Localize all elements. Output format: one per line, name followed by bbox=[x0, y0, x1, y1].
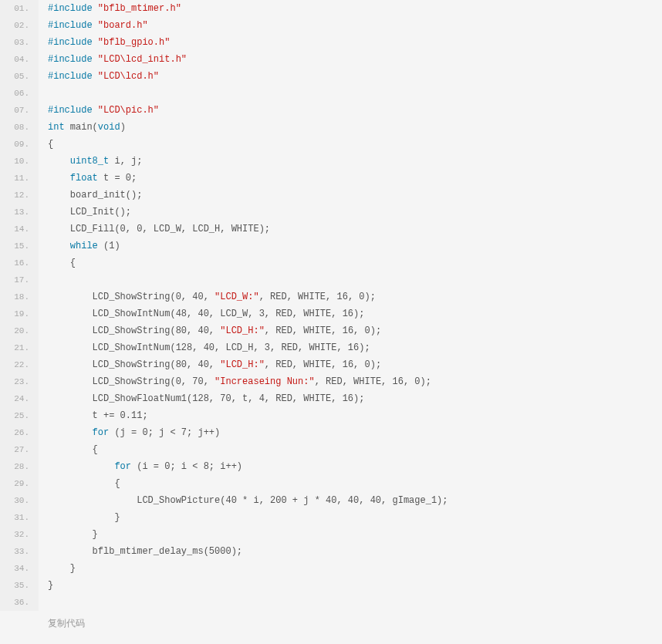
line-content: LCD_Init(); bbox=[39, 204, 131, 221]
line-content: int main(void) bbox=[39, 119, 126, 136]
line-number: 09. bbox=[0, 136, 39, 153]
line-content: } bbox=[39, 509, 120, 526]
line-content: for (i = 0; i < 8; i++) bbox=[39, 458, 242, 475]
line-content: LCD_ShowString(0, 70, "Increaseing Nun:"… bbox=[39, 373, 431, 390]
line-number: 15. bbox=[0, 238, 39, 255]
code-line: 07.#include "LCD\pic.h" bbox=[0, 102, 662, 119]
line-number: 12. bbox=[0, 187, 39, 204]
code-line: 23. LCD_ShowString(0, 70, "Increaseing N… bbox=[0, 373, 662, 390]
line-number: 27. bbox=[0, 441, 39, 458]
code-line: 10. uint8_t i, j; bbox=[0, 153, 662, 170]
code-line: 19. LCD_ShowIntNum(48, 40, LCD_W, 3, RED… bbox=[0, 305, 662, 322]
line-number: 31. bbox=[0, 509, 39, 526]
code-line: 35.} bbox=[0, 577, 662, 594]
line-content: #include "LCD\lcd.h" bbox=[39, 68, 159, 85]
line-content: #include "bflb_mtimer.h" bbox=[39, 0, 181, 17]
line-content: #include "LCD\lcd_init.h" bbox=[39, 51, 187, 68]
line-content: float t = 0; bbox=[39, 170, 137, 187]
code-block: 01.#include "bflb_mtimer.h"02.#include "… bbox=[0, 0, 662, 636]
line-number: 10. bbox=[0, 153, 39, 170]
line-number: 24. bbox=[0, 390, 39, 407]
code-line: 11. float t = 0; bbox=[0, 170, 662, 187]
line-number: 18. bbox=[0, 288, 39, 305]
line-content bbox=[39, 85, 48, 102]
line-content: LCD_ShowString(80, 40, "LCD_H:", RED, WH… bbox=[39, 356, 381, 373]
line-content: LCD_ShowPicture(40 * i, 200 + j * 40, 40… bbox=[39, 492, 448, 509]
line-number: 02. bbox=[0, 17, 39, 34]
code-line: 08.int main(void) bbox=[0, 119, 662, 136]
line-content: { bbox=[39, 441, 98, 458]
line-content: #include "bflb_gpio.h" bbox=[39, 34, 170, 51]
line-content: LCD_ShowIntNum(48, 40, LCD_W, 3, RED, WH… bbox=[39, 305, 364, 322]
code-line: 12. board_init(); bbox=[0, 187, 662, 204]
code-line: 05.#include "LCD\lcd.h" bbox=[0, 68, 662, 85]
line-number: 06. bbox=[0, 85, 39, 102]
line-number: 32. bbox=[0, 526, 39, 543]
line-number: 25. bbox=[0, 407, 39, 424]
code-line: 17. bbox=[0, 271, 662, 288]
line-content: LCD_ShowString(0, 40, "LCD_W:", RED, WHI… bbox=[39, 288, 376, 305]
line-content: { bbox=[39, 136, 53, 153]
line-number: 20. bbox=[0, 322, 39, 339]
line-number: 01. bbox=[0, 0, 39, 17]
line-content: #include "LCD\pic.h" bbox=[39, 102, 159, 119]
line-content: while (1) bbox=[39, 238, 120, 255]
line-number: 19. bbox=[0, 305, 39, 322]
line-content: #include "board.h" bbox=[39, 17, 148, 34]
line-number: 14. bbox=[0, 221, 39, 238]
code-line: 33. bflb_mtimer_delay_ms(5000); bbox=[0, 543, 662, 560]
line-content bbox=[39, 271, 48, 288]
code-line: 27. { bbox=[0, 441, 662, 458]
line-content: LCD_ShowFloatNum1(128, 70, t, 4, RED, WH… bbox=[39, 390, 364, 407]
code-line: 30. LCD_ShowPicture(40 * i, 200 + j * 40… bbox=[0, 492, 662, 509]
code-line: 25. t += 0.11; bbox=[0, 407, 662, 424]
line-number: 13. bbox=[0, 204, 39, 221]
code-lines-container: 01.#include "bflb_mtimer.h"02.#include "… bbox=[0, 0, 662, 611]
line-number: 30. bbox=[0, 492, 39, 509]
line-number: 29. bbox=[0, 475, 39, 492]
line-number: 04. bbox=[0, 51, 39, 68]
line-number: 03. bbox=[0, 34, 39, 51]
line-content: } bbox=[39, 577, 53, 594]
line-number: 16. bbox=[0, 255, 39, 271]
code-line: 29. { bbox=[0, 475, 662, 492]
code-line: 21. LCD_ShowIntNum(128, 40, LCD_H, 3, RE… bbox=[0, 339, 662, 356]
line-content: LCD_Fill(0, 0, LCD_W, LCD_H, WHITE); bbox=[39, 221, 270, 238]
code-line: 18. LCD_ShowString(0, 40, "LCD_W:", RED,… bbox=[0, 288, 662, 305]
code-line: 24. LCD_ShowFloatNum1(128, 70, t, 4, RED… bbox=[0, 390, 662, 407]
code-line: 15. while (1) bbox=[0, 238, 662, 255]
line-content: bflb_mtimer_delay_ms(5000); bbox=[39, 543, 242, 560]
line-number: 28. bbox=[0, 458, 39, 475]
code-line: 06. bbox=[0, 85, 662, 102]
code-line: 01.#include "bflb_mtimer.h" bbox=[0, 0, 662, 17]
line-content bbox=[39, 594, 48, 611]
code-line: 22. LCD_ShowString(80, 40, "LCD_H:", RED… bbox=[0, 356, 662, 373]
line-content: } bbox=[39, 560, 76, 577]
line-content: t += 0.11; bbox=[39, 407, 148, 424]
line-number: 33. bbox=[0, 543, 39, 560]
line-content: LCD_ShowString(80, 40, "LCD_H:", RED, WH… bbox=[39, 322, 381, 339]
copy-row: 复制代码 bbox=[0, 611, 662, 636]
line-number: 21. bbox=[0, 339, 39, 356]
code-line: 36. bbox=[0, 594, 662, 611]
line-content: } bbox=[39, 526, 98, 543]
code-line: 16. { bbox=[0, 255, 662, 271]
code-line: 03.#include "bflb_gpio.h" bbox=[0, 34, 662, 51]
line-content: { bbox=[39, 475, 120, 492]
line-number: 35. bbox=[0, 577, 39, 594]
copy-code-link[interactable]: 复制代码 bbox=[0, 611, 85, 636]
code-line: 14. LCD_Fill(0, 0, LCD_W, LCD_H, WHITE); bbox=[0, 221, 662, 238]
line-number: 08. bbox=[0, 119, 39, 136]
line-number: 05. bbox=[0, 68, 39, 85]
code-line: 34. } bbox=[0, 560, 662, 577]
line-content: board_init(); bbox=[39, 187, 142, 204]
line-content: for (j = 0; j < 7; j++) bbox=[39, 424, 220, 441]
code-line: 04.#include "LCD\lcd_init.h" bbox=[0, 51, 662, 68]
line-number: 23. bbox=[0, 373, 39, 390]
code-line: 28. for (i = 0; i < 8; i++) bbox=[0, 458, 662, 475]
line-content: uint8_t i, j; bbox=[39, 153, 142, 170]
line-number: 34. bbox=[0, 560, 39, 577]
line-number: 26. bbox=[0, 424, 39, 441]
line-content: LCD_ShowIntNum(128, 40, LCD_H, 3, RED, W… bbox=[39, 339, 370, 356]
line-number: 36. bbox=[0, 594, 39, 611]
